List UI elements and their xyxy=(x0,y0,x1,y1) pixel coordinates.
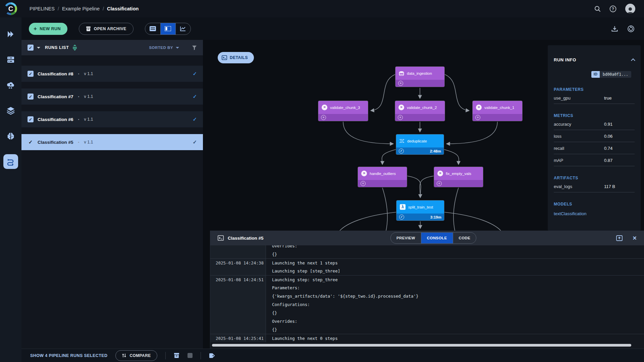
log-row: {'kwargs_artifacts/data': '${step_two.id… xyxy=(210,292,644,300)
run-id-row: ID bd00a0f1... xyxy=(554,71,631,78)
run-row-classification-6[interactable]: ✓ Classification #6 • v 1.1 ✓ xyxy=(21,111,203,127)
selection-summary[interactable]: SHOW 4 PIPELINE RUNS SELECTED xyxy=(30,353,107,358)
tab-code[interactable]: CODE xyxy=(453,233,476,243)
clearml-logo[interactable]: C xyxy=(0,0,21,17)
run-checkbox[interactable]: ✓ xyxy=(28,71,34,77)
run-id-value[interactable]: bd00a0f1... xyxy=(600,71,631,78)
nav-workers-queues-icon[interactable] xyxy=(3,52,18,67)
dag-node-validate-chunk-2[interactable]: »validate_chunk_2 ≡ xyxy=(395,101,445,121)
deduplicate-icon xyxy=(399,139,405,143)
run-status-check-icon: ✓ xyxy=(193,139,197,145)
nav-projects-icon[interactable] xyxy=(3,27,18,42)
log-row: {} xyxy=(210,325,644,334)
run-name: Classification #7 xyxy=(38,94,73,99)
queued-status-icon: ≡ xyxy=(361,181,366,186)
sorted-by-caret-icon xyxy=(176,47,179,49)
tab-console[interactable]: CONSOLE xyxy=(421,233,453,243)
log-row: Parameters: xyxy=(210,284,644,292)
dag-node-handle-outliers[interactable]: »handle_outliers ≡ xyxy=(358,167,407,187)
run-checkbox[interactable]: ✓ xyxy=(28,116,34,122)
resize-panel-icon[interactable] xyxy=(72,45,77,51)
run-row-classification-5[interactable]: ✓ Classification #5 • v 1.1 ✓ xyxy=(21,134,203,150)
dag-node-data-ingestion[interactable]: data_ingestion ≡ xyxy=(395,66,445,87)
run-selected-check-icon[interactable]: ✓ xyxy=(28,139,34,145)
tag-icon[interactable] xyxy=(209,353,215,358)
user-avatar[interactable] xyxy=(625,4,635,14)
metric-value: 0.06 xyxy=(604,134,612,139)
log-row: Launching step [step_three] xyxy=(210,267,644,275)
abort-selected-icon xyxy=(187,353,193,358)
table-view-toggle[interactable] xyxy=(145,23,160,35)
run-row-classification-8[interactable]: ✓ Classification #8 • v 1.1 ✓ xyxy=(21,66,203,82)
dag-node-validate-chunk-3[interactable]: »validate_chunk_3 ≡ xyxy=(318,101,368,121)
run-row-classification-7[interactable]: ✓ Classification #7 • v 1.1 ✓ xyxy=(21,88,203,105)
node-label: deduplicate xyxy=(407,139,427,143)
collapse-panel-icon[interactable] xyxy=(631,58,635,63)
chevron-circle-icon: » xyxy=(398,105,404,110)
new-run-button[interactable]: + NEW RUN xyxy=(29,23,67,35)
left-nav xyxy=(0,17,21,362)
metrics-section-title: METRICS xyxy=(554,113,635,118)
sorted-by-dropdown[interactable]: SORTED BY xyxy=(149,46,179,50)
nav-pipelines-icon[interactable] xyxy=(3,154,18,169)
help-icon[interactable]: ? xyxy=(609,5,616,12)
run-info-title: RUN INFO xyxy=(554,57,576,62)
plus-icon: + xyxy=(34,25,37,32)
model-link[interactable]: textClassification xyxy=(554,211,635,216)
queued-status-icon: ≡ xyxy=(475,115,480,120)
run-status-check-icon: ✓ xyxy=(193,116,197,122)
dag-node-split-train-test[interactable]: λsplit_train_test ✓3:19m xyxy=(396,200,444,221)
chevron-circle-icon: » xyxy=(322,105,327,110)
expand-panel-icon[interactable] xyxy=(616,235,623,241)
run-name: Classification #6 xyxy=(38,117,73,122)
archive-selected-icon[interactable] xyxy=(174,353,179,358)
close-icon[interactable]: × xyxy=(633,235,637,241)
dag-node-deduplicate[interactable]: deduplicate ✓2:48m xyxy=(396,134,444,155)
download-icon[interactable] xyxy=(611,26,618,32)
metrics-view-toggle[interactable] xyxy=(175,23,191,35)
auto-refresh-icon[interactable] xyxy=(627,25,635,33)
run-name: Classification #8 xyxy=(38,71,73,76)
bullet-separator: • xyxy=(78,95,79,99)
console-log-area[interactable]: Overrides: {} 2025-01-08 14:24:38Launchi… xyxy=(210,245,644,343)
tab-preview[interactable]: PREVIEW xyxy=(391,233,421,243)
node-duration: 3:19m xyxy=(430,215,441,219)
svg-text:?: ? xyxy=(612,7,614,11)
queued-status-icon: ≡ xyxy=(398,81,403,86)
runs-list-header: ✓ RUNS LIST SORTED BY xyxy=(21,40,203,55)
metric-key: accuracy xyxy=(554,122,604,127)
view-toggle-group xyxy=(145,23,191,35)
log-row: {} xyxy=(210,309,644,317)
breadcrumb-pipelines[interactable]: PIPELINES xyxy=(30,6,55,11)
nav-models-icon[interactable] xyxy=(3,129,18,143)
run-checkbox[interactable]: ✓ xyxy=(28,94,34,100)
filter-icon[interactable] xyxy=(192,45,197,50)
breadcrumb-project[interactable]: Example Pipeline xyxy=(62,6,100,11)
dag-edges xyxy=(203,40,548,231)
run-version: v 1.1 xyxy=(84,94,93,99)
breadcrumb-separator: / xyxy=(58,6,59,11)
split-view-toggle[interactable] xyxy=(160,23,175,35)
nav-datasets-icon[interactable] xyxy=(3,103,18,118)
nav-applications-icon[interactable] xyxy=(3,78,18,93)
node-label: data_ingestion xyxy=(407,71,432,75)
metric-row: recall 0.74 xyxy=(554,142,635,154)
dag-node-validate-chunk-1[interactable]: »validate_chunk_1 ≡ xyxy=(472,101,523,121)
open-archive-button[interactable]: OPEN ARCHIVE xyxy=(79,23,133,35)
dag-node-fix-empty-vals[interactable]: »fix_empty_vals ≡ xyxy=(434,167,483,187)
bullet-separator: • xyxy=(78,140,79,144)
run-version: v 1.1 xyxy=(84,71,93,76)
horizontal-scrollbar[interactable] xyxy=(212,344,631,347)
select-all-checkbox[interactable]: ✓ xyxy=(28,45,34,51)
metric-value: 0.91 xyxy=(604,122,612,127)
node-label: validate_chunk_1 xyxy=(484,106,515,110)
select-all-caret-icon[interactable] xyxy=(37,47,40,49)
queued-status-icon: ≡ xyxy=(321,115,326,120)
node-label: handle_outliers xyxy=(370,172,396,176)
log-row: Overrides: xyxy=(210,245,644,250)
log-row: {} xyxy=(210,250,644,258)
search-icon[interactable] xyxy=(594,6,601,12)
split-view-icon xyxy=(165,26,171,31)
completed-status-icon: ✓ xyxy=(399,148,404,154)
compare-button[interactable]: COMPARE xyxy=(115,350,157,361)
